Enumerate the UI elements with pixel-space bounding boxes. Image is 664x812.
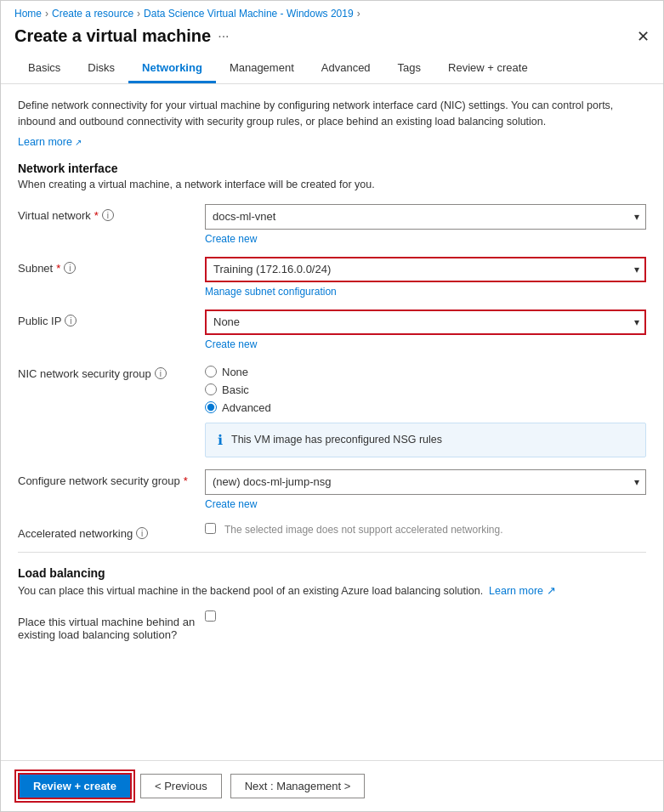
nic-nsg-basic-option[interactable]: Basic	[205, 383, 646, 396]
load-balancing-checkbox-label: Place this virtual machine behind an exi…	[18, 610, 205, 641]
tab-review-create[interactable]: Review + create	[434, 54, 542, 83]
breadcrumb-vm-name[interactable]: Data Science Virtual Machine - Windows 2…	[144, 8, 354, 20]
nsg-info-icon: ℹ	[218, 432, 223, 448]
tab-bar: Basics Disks Networking Management Advan…	[1, 54, 663, 84]
subnet-select[interactable]: Training (172.16.0.0/24)	[205, 257, 646, 282]
load-balancing-learn-more-link[interactable]: Learn more ↗	[489, 585, 555, 597]
tab-management[interactable]: Management	[216, 54, 308, 83]
subnet-row: Subnet * i Training (172.16.0.0/24) ▾ Ma…	[18, 257, 646, 298]
accelerated-networking-label: Accelerated networking i	[18, 522, 205, 540]
accelerated-networking-note: The selected image does not support acce…	[224, 522, 503, 536]
footer: Review + create < Previous Next : Manage…	[1, 760, 663, 811]
nsg-info-text: This VM image has preconfigured NSG rule…	[231, 434, 442, 446]
nic-nsg-label: NIC network security group i	[18, 362, 205, 380]
subnet-manage-link[interactable]: Manage subnet configuration	[205, 286, 646, 298]
nic-nsg-advanced-option[interactable]: Advanced	[205, 401, 646, 414]
nsg-info-box: ℹ This VM image has preconfigured NSG ru…	[205, 423, 646, 457]
load-balancing-checkbox-row: Place this virtual machine behind an exi…	[18, 610, 646, 641]
public-ip-select-wrapper: None ▾	[205, 309, 646, 335]
learn-more-link[interactable]: Learn more ↗	[18, 136, 82, 148]
virtual-network-label: Virtual network * i	[18, 204, 205, 222]
public-ip-create-new-link[interactable]: Create new	[205, 338, 646, 350]
next-button[interactable]: Next : Management >	[230, 774, 366, 798]
public-ip-control: None ▾ Create new	[205, 309, 646, 350]
public-ip-row: Public IP i None ▾ Create new	[18, 309, 646, 350]
configure-nsg-select[interactable]: (new) docs-ml-jump-nsg	[205, 469, 646, 495]
tab-basics[interactable]: Basics	[14, 54, 74, 83]
load-balancing-title: Load balancing	[18, 566, 646, 580]
accelerated-networking-row: Accelerated networking i The selected im…	[18, 522, 646, 540]
network-interface-title: Network interface	[18, 162, 646, 175]
section-description: Define network connectivity for your vir…	[18, 98, 646, 130]
virtual-network-select[interactable]: docs-ml-vnet	[205, 204, 646, 230]
nic-nsg-none-option[interactable]: None	[205, 366, 646, 378]
virtual-network-row: Virtual network * i docs-ml-vnet ▾ Creat…	[18, 204, 646, 245]
accelerated-networking-control: The selected image does not support acce…	[205, 522, 646, 536]
breadcrumb-home[interactable]: Home	[14, 8, 42, 20]
public-ip-select[interactable]: None	[205, 309, 646, 335]
nic-nsg-basic-radio[interactable]	[205, 383, 217, 395]
accelerated-networking-checkbox[interactable]	[205, 523, 216, 534]
external-link-icon: ↗	[75, 138, 82, 147]
public-ip-label: Public IP i	[18, 309, 205, 327]
page-title: Create a virtual machine	[14, 26, 211, 46]
breadcrumb-create-resource[interactable]: Create a resource	[52, 8, 133, 20]
nic-nsg-info-icon[interactable]: i	[155, 367, 167, 379]
title-bar: Create a virtual machine ··· ✕	[1, 23, 663, 54]
load-balancing-description: You can place this virtual machine in th…	[18, 583, 646, 599]
subnet-label: Subnet * i	[18, 257, 205, 275]
nic-nsg-none-radio[interactable]	[205, 366, 217, 378]
tab-disks[interactable]: Disks	[74, 54, 128, 83]
section-divider	[18, 552, 646, 553]
network-interface-subtitle: When creating a virtual machine, a netwo…	[18, 179, 646, 190]
configure-nsg-select-wrapper: (new) docs-ml-jump-nsg ▾	[205, 469, 646, 495]
virtual-network-info-icon[interactable]: i	[102, 209, 114, 221]
subnet-select-wrapper: Training (172.16.0.0/24) ▾	[205, 257, 646, 282]
load-balancing-checkbox[interactable]	[205, 610, 216, 622]
load-balancing-ext-icon: ↗	[547, 585, 556, 597]
nic-nsg-advanced-radio[interactable]	[205, 401, 217, 413]
more-options-icon[interactable]: ···	[218, 29, 229, 44]
previous-button[interactable]: < Previous	[140, 774, 222, 798]
subnet-control: Training (172.16.0.0/24) ▾ Manage subnet…	[205, 257, 646, 298]
tab-networking[interactable]: Networking	[128, 54, 216, 83]
subnet-info-icon[interactable]: i	[64, 262, 76, 274]
load-balancing-checkbox-control	[205, 610, 646, 624]
public-ip-info-icon[interactable]: i	[65, 315, 77, 327]
configure-nsg-label: Configure network security group *	[18, 469, 205, 487]
nic-nsg-row: NIC network security group i None Basic	[18, 362, 646, 457]
nic-nsg-radio-group: None Basic Advanced	[205, 362, 646, 414]
virtual-network-select-wrapper: docs-ml-vnet ▾	[205, 204, 646, 230]
accelerated-networking-info-icon[interactable]: i	[136, 527, 148, 539]
configure-nsg-row: Configure network security group * (new)…	[18, 469, 646, 510]
tab-advanced[interactable]: Advanced	[308, 54, 384, 83]
main-content: Define network connectivity for your vir…	[1, 84, 663, 667]
virtual-network-control: docs-ml-vnet ▾ Create new	[205, 204, 646, 245]
configure-nsg-control: (new) docs-ml-jump-nsg ▾ Create new	[205, 469, 646, 510]
tab-tags[interactable]: Tags	[384, 54, 434, 83]
configure-nsg-create-new-link[interactable]: Create new	[205, 498, 646, 510]
breadcrumb: Home › Create a resource › Data Science …	[1, 1, 663, 23]
nic-nsg-control: None Basic Advanced ℹ This VM image has …	[205, 362, 646, 457]
virtual-network-create-new-link[interactable]: Create new	[205, 233, 646, 245]
load-balancing-section: Load balancing You can place this virtua…	[18, 566, 646, 642]
review-create-button[interactable]: Review + create	[18, 773, 132, 799]
close-button[interactable]: ✕	[637, 27, 650, 46]
